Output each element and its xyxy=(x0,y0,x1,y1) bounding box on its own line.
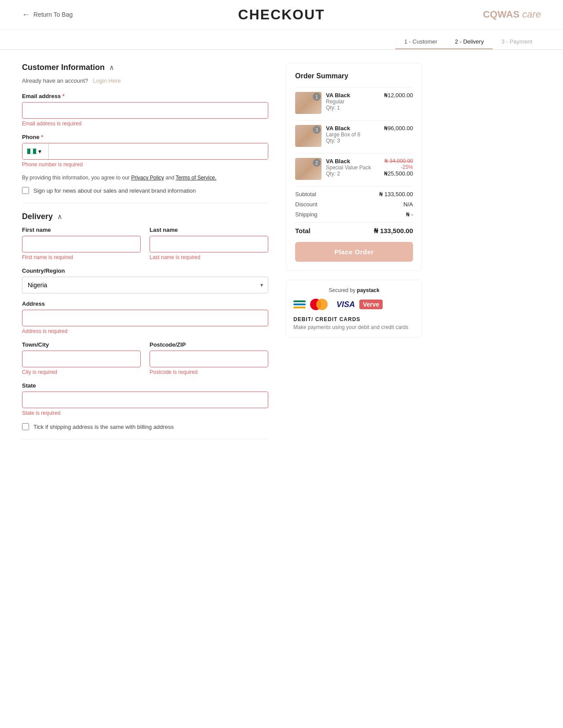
country-select[interactable]: Nigeria xyxy=(22,277,268,293)
customer-section-title: Customer Information xyxy=(22,63,105,72)
customer-section-header: Customer Information ∧ xyxy=(22,63,268,72)
subtotal-label: Subtotal xyxy=(295,191,316,198)
last-name-input[interactable] xyxy=(150,236,268,252)
last-name-label: Last name xyxy=(150,227,268,233)
return-to-bag-button[interactable]: ← Return To Bag xyxy=(22,10,73,19)
logo-was: WAS xyxy=(497,9,519,20)
order-item-3: 2 VA Black Special Value Pack Qty: 2 ₦ 3… xyxy=(295,158,413,180)
flag-dropdown-arrow: ▾ xyxy=(38,148,41,155)
email-group: Email address * Email address is require… xyxy=(22,93,268,127)
item-3-price: ₦25,500.00 xyxy=(384,170,413,177)
shipping-label: Shipping xyxy=(295,211,318,218)
item-3-qty: Qty: 2 xyxy=(326,171,380,177)
main-layout: Customer Information ∧ Already have an a… xyxy=(0,50,563,461)
shipping-value: ₦ - xyxy=(406,211,413,218)
first-name-label: First name xyxy=(22,227,141,233)
item-1-name: VA Black xyxy=(326,92,380,99)
phone-input[interactable] xyxy=(49,143,268,159)
bottom-divider xyxy=(22,439,268,439)
item-2-name: VA Black xyxy=(326,125,380,132)
left-column: Customer Information ∧ Already have an a… xyxy=(22,63,268,448)
email-input[interactable] xyxy=(22,102,268,119)
order-summary-box: Order Summary 1 VA Black Regular Qty: 1 … xyxy=(286,63,422,271)
section-divider xyxy=(22,203,268,203)
item-1-details: VA Black Regular Qty: 1 xyxy=(326,92,380,111)
terms-link[interactable]: Terms of Service. xyxy=(175,175,216,181)
paystack-section: Secured by paystack VISA Verve DEBIT/ CR… xyxy=(286,280,422,338)
paystack-header: Secured by paystack xyxy=(293,287,415,293)
item-1-variant: Regular xyxy=(326,99,380,105)
delivery-section-title: Delivery xyxy=(22,212,53,221)
town-input[interactable] xyxy=(22,351,141,367)
return-label: Return To Bag xyxy=(33,11,73,18)
login-link[interactable]: Login Here xyxy=(93,77,121,84)
right-column: Order Summary 1 VA Black Regular Qty: 1 … xyxy=(286,63,422,448)
delivery-chevron-icon: ∧ xyxy=(57,212,62,221)
item-3-original-price: ₦ 34,000.00 xyxy=(384,158,413,164)
order-item-2: 3 VA Black Large Box of 6 Qty: 3 ₦96,000… xyxy=(295,125,413,147)
phone-required-star: * xyxy=(41,134,43,140)
first-name-error: First name is required xyxy=(22,254,141,260)
brand-logo: CQWAS care xyxy=(483,9,541,20)
steps-bar: 1 - Customer 2 - Delivery 3 - Payment xyxy=(0,29,563,50)
last-name-error: Last name is required xyxy=(150,254,268,260)
discount-row: Discount N/A xyxy=(295,201,413,208)
billing-checkbox[interactable] xyxy=(22,423,29,430)
phone-error: Phone number is required xyxy=(22,161,268,168)
state-group: State State is required xyxy=(22,382,268,416)
postcode-group: Postcode/ZIP Postcode is required xyxy=(150,341,268,375)
postcode-input[interactable] xyxy=(150,351,268,367)
paystack-label: paystack xyxy=(357,287,379,293)
customer-chevron-icon: ∧ xyxy=(109,63,114,72)
town-label: Town/City xyxy=(22,341,141,348)
place-order-button[interactable]: Place Order xyxy=(295,242,413,262)
step-payment[interactable]: 3 - Payment xyxy=(493,35,541,49)
town-postcode-row: Town/City City is required Postcode/ZIP … xyxy=(22,341,268,382)
address-input[interactable] xyxy=(22,310,268,326)
newsletter-row: Sign up for news about our sales and rel… xyxy=(22,187,268,194)
country-label: Country/Region xyxy=(22,267,268,274)
phone-flag-dropdown[interactable]: ▾ xyxy=(22,143,49,159)
state-error: State is required xyxy=(22,410,268,416)
newsletter-checkbox[interactable] xyxy=(22,187,29,194)
item-1-badge: 1 xyxy=(313,93,321,101)
item-3-discount: -25% xyxy=(384,164,413,170)
privacy-policy-link[interactable]: Privacy Policy xyxy=(131,175,164,181)
town-group: Town/City City is required xyxy=(22,341,141,375)
email-label: Email address * xyxy=(22,93,268,99)
order-divider-3 xyxy=(295,186,413,187)
order-divider-1 xyxy=(295,120,413,121)
address-label: Address xyxy=(22,300,268,307)
item-3-price-col: ₦ 34,000.00 -25% ₦25,500.00 xyxy=(384,158,413,177)
order-divider-top xyxy=(295,87,413,88)
postcode-label: Postcode/ZIP xyxy=(150,341,268,348)
mc-right-circle xyxy=(316,299,328,310)
item-3-details: VA Black Special Value Pack Qty: 2 xyxy=(326,158,380,177)
mastercard-icon xyxy=(310,299,332,310)
country-select-wrapper: Nigeria ▾ xyxy=(22,277,268,293)
state-label: State xyxy=(22,382,268,389)
postcode-error: Postcode is required xyxy=(150,369,268,375)
order-item-1: 1 VA Black Regular Qty: 1 ₦12,000.00 xyxy=(295,92,413,114)
visa-icon: VISA xyxy=(336,300,355,309)
nigeria-flag-icon xyxy=(27,148,37,154)
debit-card-title: DEBIT/ CREDIT CARDS xyxy=(293,316,415,322)
step-customer[interactable]: 1 - Customer xyxy=(395,35,446,49)
order-divider-total xyxy=(295,222,413,223)
discount-value: N/A xyxy=(403,201,413,208)
item-1-qty: Qty: 1 xyxy=(326,105,380,111)
debit-card-desc: Make payments using your debit and credi… xyxy=(293,324,415,330)
name-row: First name First name is required Last n… xyxy=(22,227,268,267)
first-name-input[interactable] xyxy=(22,236,141,252)
order-summary-title: Order Summary xyxy=(295,72,413,80)
state-input[interactable] xyxy=(22,391,268,408)
email-error: Email address is required xyxy=(22,121,268,127)
item-2-image: 3 xyxy=(295,125,322,147)
shipping-row: Shipping ₦ - xyxy=(295,211,413,218)
first-name-group: First name First name is required xyxy=(22,227,141,260)
step-delivery[interactable]: 2 - Delivery xyxy=(446,35,493,49)
privacy-text: By providing this information, you agree… xyxy=(22,175,268,181)
payment-icons: VISA Verve xyxy=(293,299,415,310)
item-2-qty: Qty: 3 xyxy=(326,138,380,144)
stripe-line-1 xyxy=(293,300,306,302)
